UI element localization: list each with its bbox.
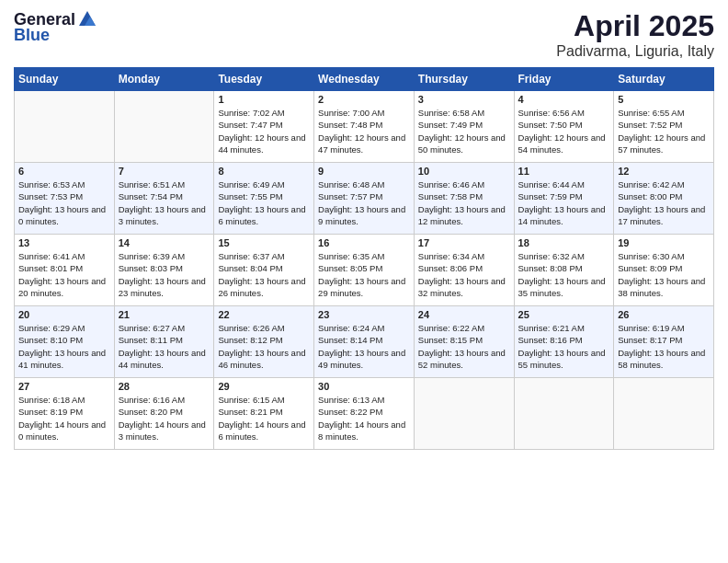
- sunrise-text: Sunrise: 6:19 AM: [618, 323, 684, 333]
- daylight-text: Daylight: 13 hours and 3 minutes.: [119, 204, 206, 226]
- sunset-text: Sunset: 8:01 PM: [18, 263, 83, 273]
- table-row: 27Sunrise: 6:18 AMSunset: 8:19 PMDayligh…: [15, 378, 115, 450]
- sunset-text: Sunset: 8:04 PM: [218, 263, 282, 273]
- logo: General Blue: [14, 9, 97, 45]
- table-row: [15, 91, 115, 163]
- day-number: 18: [518, 237, 610, 248]
- table-row: [614, 378, 714, 450]
- calendar-week-row: 6Sunrise: 6:53 AMSunset: 7:53 PMDaylight…: [15, 163, 714, 235]
- table-row: 23Sunrise: 6:24 AMSunset: 8:14 PMDayligh…: [314, 306, 415, 378]
- table-row: 3Sunrise: 6:58 AMSunset: 7:49 PMDaylight…: [414, 91, 514, 163]
- sun-info: Sunrise: 6:41 AMSunset: 8:01 PMDaylight:…: [18, 250, 110, 299]
- sunset-text: Sunset: 7:55 PM: [218, 191, 282, 201]
- daylight-text: Daylight: 14 hours and 6 minutes.: [218, 419, 305, 442]
- table-row: 18Sunrise: 6:32 AMSunset: 8:08 PMDayligh…: [514, 235, 614, 306]
- sun-info: Sunrise: 6:51 AMSunset: 7:54 PMDaylight:…: [119, 178, 210, 227]
- sun-info: Sunrise: 6:16 AMSunset: 8:20 PMDaylight:…: [119, 394, 210, 442]
- daylight-text: Daylight: 13 hours and 29 minutes.: [318, 276, 405, 298]
- sunset-text: Sunset: 8:12 PM: [218, 335, 282, 345]
- sunset-text: Sunset: 7:48 PM: [318, 120, 382, 130]
- daylight-text: Daylight: 13 hours and 46 minutes.: [218, 348, 305, 370]
- sunrise-text: Sunrise: 6:51 AM: [119, 179, 185, 190]
- daylight-text: Daylight: 13 hours and 0 minutes.: [18, 204, 106, 226]
- daylight-text: Daylight: 13 hours and 17 minutes.: [618, 204, 705, 226]
- table-row: 17Sunrise: 6:34 AMSunset: 8:06 PMDayligh…: [414, 235, 514, 306]
- daylight-text: Daylight: 13 hours and 38 minutes.: [618, 276, 705, 298]
- daylight-text: Daylight: 12 hours and 47 minutes.: [318, 132, 405, 155]
- calendar-week-row: 27Sunrise: 6:18 AMSunset: 8:19 PMDayligh…: [15, 378, 714, 450]
- daylight-text: Daylight: 13 hours and 44 minutes.: [119, 348, 206, 370]
- sunset-text: Sunset: 7:52 PM: [618, 120, 682, 130]
- sunrise-text: Sunrise: 6:49 AM: [218, 179, 284, 190]
- day-number: 7: [119, 166, 210, 177]
- sunrise-text: Sunrise: 6:58 AM: [418, 108, 484, 118]
- day-number: 20: [18, 309, 110, 320]
- table-row: 7Sunrise: 6:51 AMSunset: 7:54 PMDaylight…: [114, 163, 214, 235]
- sunset-text: Sunset: 8:16 PM: [518, 335, 583, 345]
- sunset-text: Sunset: 8:08 PM: [518, 263, 583, 273]
- sun-info: Sunrise: 7:00 AMSunset: 7:48 PMDaylight:…: [318, 107, 410, 155]
- sun-info: Sunrise: 6:26 AMSunset: 8:12 PMDaylight:…: [218, 322, 310, 371]
- day-number: 23: [318, 309, 410, 320]
- sun-info: Sunrise: 6:21 AMSunset: 8:16 PMDaylight:…: [518, 322, 610, 371]
- table-row: 30Sunrise: 6:13 AMSunset: 8:22 PMDayligh…: [314, 378, 415, 450]
- table-row: 28Sunrise: 6:16 AMSunset: 8:20 PMDayligh…: [114, 378, 214, 450]
- sun-info: Sunrise: 6:19 AMSunset: 8:17 PMDaylight:…: [618, 322, 710, 371]
- sunrise-text: Sunrise: 6:18 AM: [18, 395, 85, 405]
- sunset-text: Sunset: 8:09 PM: [618, 263, 682, 273]
- sunrise-text: Sunrise: 6:16 AM: [119, 395, 185, 405]
- sunrise-text: Sunrise: 6:34 AM: [418, 251, 484, 261]
- daylight-text: Daylight: 12 hours and 50 minutes.: [418, 132, 506, 155]
- day-number: 22: [218, 309, 310, 320]
- sunset-text: Sunset: 8:11 PM: [119, 335, 183, 345]
- logo-blue: Blue: [14, 26, 50, 45]
- sun-info: Sunrise: 6:34 AMSunset: 8:06 PMDaylight:…: [418, 250, 510, 299]
- day-number: 2: [318, 94, 410, 105]
- sunrise-text: Sunrise: 6:48 AM: [318, 179, 384, 190]
- day-number: 16: [318, 237, 410, 248]
- sunset-text: Sunset: 7:54 PM: [119, 191, 183, 201]
- table-row: 21Sunrise: 6:27 AMSunset: 8:11 PMDayligh…: [114, 306, 214, 378]
- table-row: 16Sunrise: 6:35 AMSunset: 8:05 PMDayligh…: [314, 235, 415, 306]
- sunrise-text: Sunrise: 6:53 AM: [18, 179, 85, 190]
- sunset-text: Sunset: 8:10 PM: [18, 335, 83, 345]
- col-thursday: Thursday: [414, 68, 514, 91]
- table-row: 13Sunrise: 6:41 AMSunset: 8:01 PMDayligh…: [15, 235, 115, 306]
- sunset-text: Sunset: 8:17 PM: [618, 335, 682, 345]
- sunrise-text: Sunrise: 6:27 AM: [119, 323, 185, 333]
- sunset-text: Sunset: 8:15 PM: [418, 335, 483, 345]
- sunrise-text: Sunrise: 6:37 AM: [218, 251, 284, 261]
- sun-info: Sunrise: 6:58 AMSunset: 7:49 PMDaylight:…: [418, 107, 510, 155]
- table-row: 4Sunrise: 6:56 AMSunset: 7:50 PMDaylight…: [514, 91, 614, 163]
- table-row: 6Sunrise: 6:53 AMSunset: 7:53 PMDaylight…: [15, 163, 115, 235]
- table-row: 26Sunrise: 6:19 AMSunset: 8:17 PMDayligh…: [614, 306, 714, 378]
- sunset-text: Sunset: 7:47 PM: [218, 120, 282, 130]
- day-number: 6: [18, 166, 110, 177]
- day-number: 14: [119, 237, 210, 248]
- sun-info: Sunrise: 6:18 AMSunset: 8:19 PMDaylight:…: [18, 394, 110, 442]
- sunrise-text: Sunrise: 6:55 AM: [618, 108, 684, 118]
- month-title: April 2025: [556, 9, 714, 43]
- title-block: April 2025 Padivarma, Liguria, Italy: [556, 9, 714, 60]
- sun-info: Sunrise: 6:15 AMSunset: 8:21 PMDaylight:…: [218, 394, 310, 442]
- table-row: 1Sunrise: 7:02 AMSunset: 7:47 PMDaylight…: [214, 91, 314, 163]
- daylight-text: Daylight: 13 hours and 14 minutes.: [518, 204, 606, 226]
- daylight-text: Daylight: 13 hours and 41 minutes.: [18, 348, 106, 370]
- sun-info: Sunrise: 6:29 AMSunset: 8:10 PMDaylight:…: [18, 322, 110, 371]
- page-container: General Blue April 2025 Padivarma, Ligur…: [0, 0, 728, 459]
- table-row: 11Sunrise: 6:44 AMSunset: 7:59 PMDayligh…: [514, 163, 614, 235]
- header: General Blue April 2025 Padivarma, Ligur…: [14, 9, 714, 60]
- table-row: 12Sunrise: 6:42 AMSunset: 8:00 PMDayligh…: [614, 163, 714, 235]
- sun-info: Sunrise: 6:13 AMSunset: 8:22 PMDaylight:…: [318, 394, 410, 442]
- daylight-text: Daylight: 13 hours and 20 minutes.: [18, 276, 106, 298]
- sunset-text: Sunset: 8:19 PM: [18, 407, 83, 417]
- day-number: 13: [18, 237, 110, 248]
- day-number: 8: [218, 166, 310, 177]
- sunrise-text: Sunrise: 6:56 AM: [518, 108, 585, 118]
- sunrise-text: Sunrise: 6:46 AM: [418, 179, 484, 190]
- table-row: 29Sunrise: 6:15 AMSunset: 8:21 PMDayligh…: [214, 378, 314, 450]
- sun-info: Sunrise: 6:48 AMSunset: 7:57 PMDaylight:…: [318, 178, 410, 227]
- sun-info: Sunrise: 6:46 AMSunset: 7:58 PMDaylight:…: [418, 178, 510, 227]
- sunset-text: Sunset: 7:58 PM: [418, 191, 483, 201]
- sun-info: Sunrise: 6:39 AMSunset: 8:03 PMDaylight:…: [119, 250, 210, 299]
